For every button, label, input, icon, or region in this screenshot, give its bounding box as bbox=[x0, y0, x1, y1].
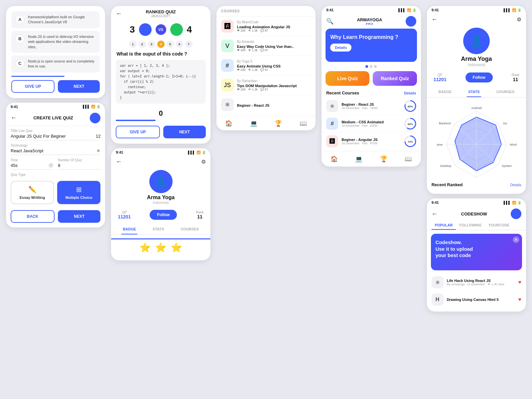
back-icon-rq[interactable]: ← bbox=[116, 10, 122, 17]
next-button-rq[interactable]: NEXT bbox=[163, 126, 206, 138]
clq-avatar bbox=[90, 113, 100, 123]
rq-score-right: 4 bbox=[187, 24, 192, 35]
heart-icon[interactable]: ♥ bbox=[518, 279, 522, 285]
pf-header: ← ⚙ bbox=[427, 13, 526, 25]
nav-book-icon[interactable]: 📖 bbox=[300, 120, 307, 127]
banner-card: Why Learn Programming ? Details bbox=[326, 29, 417, 62]
pf-qp: QP 11201 bbox=[434, 73, 447, 82]
give-up-button[interactable]: GIVE UP bbox=[11, 80, 55, 93]
nav-trophy-icon[interactable]: 🏆 bbox=[275, 120, 282, 127]
status-icons-cq: ▌▌▌ 📶 🔋 bbox=[83, 105, 100, 108]
back-icon-pf[interactable]: ← bbox=[432, 16, 438, 23]
quiz-type-options: ✏️ Essay Writting ⊞ Multiple Choice bbox=[6, 178, 105, 207]
list-item[interactable]: # By Yoga S Easy Animate Using CSS ❤ 200… bbox=[216, 56, 316, 75]
list-item[interactable]: V By Amanda Easy Way Code Using Vue than… bbox=[216, 36, 316, 56]
follow-button-pf[interactable]: Follow bbox=[466, 72, 493, 82]
back-button-cq[interactable]: BACK bbox=[11, 210, 55, 223]
banner-details-button[interactable]: Details bbox=[330, 44, 351, 52]
list-item[interactable]: 🅰 By MiamiCode Loading Animation Angular… bbox=[216, 17, 316, 36]
ranked-quiz-button[interactable]: Ranked Quiz bbox=[373, 71, 417, 86]
back-icon-clq[interactable]: ← bbox=[11, 114, 17, 121]
tab-popular-cs[interactable]: POPULAR bbox=[432, 221, 456, 230]
multiple-choice-card[interactable]: ⊞ Multiple Choice bbox=[57, 181, 100, 204]
time-toggle-icon[interactable]: ⚪ bbox=[48, 163, 53, 168]
list-item[interactable]: H Drawing Using Canvas Html 5 ♥ bbox=[427, 291, 526, 308]
tab-badge-pf[interactable]: BADGE bbox=[437, 87, 453, 97]
course-views: 👁 1.3k bbox=[248, 68, 258, 71]
wifi-icon-pf: 📶 bbox=[512, 8, 516, 12]
code-icon: ⚛ bbox=[432, 276, 444, 288]
next-button-answer[interactable]: NEXT bbox=[58, 80, 100, 93]
rci-info: Medium - CSS Animated 18 Desember Part 6… bbox=[341, 120, 401, 127]
answer-option-b[interactable]: B Node.JS is used to delevop I/O intensi… bbox=[11, 31, 100, 53]
rq-header: ← RANKED QUIZ JAVASCRIPT bbox=[111, 6, 210, 20]
cs-tabs: POPULAR FOLLOWING YOURCODE bbox=[427, 221, 526, 230]
rr-details[interactable]: Details bbox=[510, 183, 521, 187]
courses-nav: 🏠 💻 🏆 📖 bbox=[216, 116, 316, 128]
live-quiz-button[interactable]: Live Quiz bbox=[326, 71, 369, 86]
cs-banner: ✕ Codeshow. Use it to upload your best c… bbox=[431, 234, 522, 270]
pm-stats-row: QP 11201 Follow Rank 11 bbox=[111, 208, 210, 222]
answer-text-c: Node.js is open source and is completely… bbox=[28, 59, 96, 69]
title-label: Tittle Live Quiz bbox=[11, 129, 100, 133]
pf-name: Arma Yoga bbox=[427, 56, 526, 63]
next-button-cq[interactable]: NEXT bbox=[58, 210, 100, 223]
answer-letter-c: C bbox=[15, 59, 25, 68]
tech-field: Technology React JavaScript ⚛ bbox=[6, 141, 105, 156]
nav-trophy-icon-hp[interactable]: 🏆 bbox=[380, 155, 387, 163]
list-item[interactable]: JS By Rahardian Tips DOM Manipulation Ja… bbox=[216, 75, 316, 95]
signal-icon: ▌▌▌ bbox=[83, 105, 90, 108]
nav-home-icon[interactable]: 🏠 bbox=[225, 120, 232, 127]
answer-option-a[interactable]: A framework/platform built on Google Chr… bbox=[11, 11, 100, 28]
banner-dots bbox=[322, 65, 421, 68]
answer-option-c[interactable]: C Node.js is open source and is complete… bbox=[11, 56, 100, 72]
nav-home-icon-hp[interactable]: 🏠 bbox=[331, 155, 338, 163]
back-icon-cs[interactable]: ← bbox=[432, 210, 438, 217]
banner-title: Why Learn Programming ? bbox=[330, 34, 412, 41]
list-item[interactable]: ⚛ Life Hack Using React JS By Armayoga 1… bbox=[427, 274, 526, 291]
pm-name: Arma Yoga bbox=[111, 195, 210, 200]
status-icons-hp: ▌▌▌ 📶 🔋 bbox=[398, 8, 416, 12]
essay-type-card[interactable]: ✏️ Essay Writting bbox=[11, 181, 54, 204]
tab-courses-pm[interactable]: COURSES bbox=[179, 224, 200, 234]
follow-button-pm[interactable]: Follow bbox=[150, 210, 177, 220]
recent-courses-link[interactable]: Details bbox=[404, 91, 416, 95]
tech-label: Technology bbox=[11, 144, 100, 147]
nav-book-icon-hp[interactable]: 📖 bbox=[405, 155, 412, 163]
search-icon-hp[interactable]: 🔍 bbox=[326, 18, 333, 25]
tab-courses-pf[interactable]: COURSES bbox=[495, 87, 516, 97]
back-icon-pm[interactable]: ← bbox=[116, 158, 122, 165]
nav-code-icon-hp[interactable]: 💻 bbox=[355, 155, 362, 163]
pm-header: ← ⚙ bbox=[111, 155, 210, 167]
banner-dot-3[interactable] bbox=[374, 65, 377, 68]
pm-avatar-wrap: 👤 bbox=[111, 167, 210, 195]
course-comments: 💬 97 bbox=[260, 49, 268, 52]
profile-full-phone: 9:41 ▌▌▌ 📶 🔋 ← ⚙ 👤 Arma Yoga Indonesia Q… bbox=[427, 6, 526, 194]
tab-yourcode-cs[interactable]: YOURCODE bbox=[485, 221, 513, 230]
list-item[interactable]: # Medium - CSS Animated 18 Desember Part… bbox=[322, 115, 421, 133]
rq-dots: 1 2 3 4 5 6 7 bbox=[111, 39, 210, 51]
time-pm: 9:41 bbox=[116, 150, 123, 154]
tab-badge-pm[interactable]: BADGE bbox=[121, 224, 137, 234]
close-icon-cs[interactable]: ✕ bbox=[513, 236, 519, 243]
banner-dot-2[interactable] bbox=[370, 65, 372, 68]
tab-stats-pm[interactable]: STATS bbox=[151, 224, 165, 234]
list-item[interactable]: ⚛ Beginer - React JS bbox=[216, 95, 316, 115]
list-item[interactable]: ⚛ Beginer - React JS 20 Desember Part 79… bbox=[322, 97, 421, 115]
rq-btn-row: GIVE UP NEXT bbox=[111, 126, 210, 138]
rq-dot-7: 7 bbox=[185, 41, 193, 48]
give-up-button-rq[interactable]: GIVE UP bbox=[116, 126, 160, 138]
recent-courses-header: Recent Courses Details bbox=[322, 90, 421, 97]
svg-text:80%: 80% bbox=[408, 105, 413, 108]
tab-stats-pf[interactable]: STATS bbox=[467, 87, 481, 97]
list-item[interactable]: 🅰 Beginer - Angular JS 16 Desember Part … bbox=[322, 133, 421, 150]
status-icons-pm: ▌▌▌ 📶 🔋 bbox=[188, 151, 206, 154]
gear-icon-pm[interactable]: ⚙ bbox=[201, 159, 206, 165]
status-icons-pf: ▌▌▌ 📶 🔋 bbox=[504, 8, 521, 12]
banner-dot-1[interactable] bbox=[365, 65, 368, 68]
nav-code-icon[interactable]: 💻 bbox=[250, 120, 257, 127]
tab-following-cs[interactable]: FOLLOWING bbox=[456, 221, 485, 230]
create-quiz-phone: 9:41 ▌▌▌ 📶 🔋 ← CREATE LIVE QUIZ Tittle L… bbox=[6, 103, 105, 227]
gear-icon-pf[interactable]: ⚙ bbox=[517, 16, 521, 23]
heart-icon[interactable]: ♥ bbox=[518, 297, 522, 303]
